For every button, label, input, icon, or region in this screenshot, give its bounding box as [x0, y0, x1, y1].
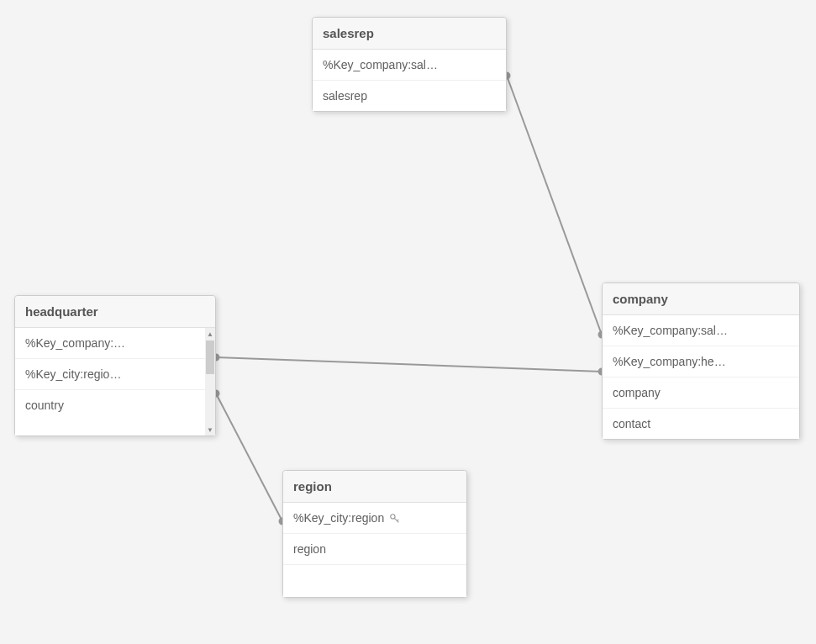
scroll-thumb[interactable] — [206, 340, 214, 374]
field-label: %Key_company:sal… — [323, 58, 438, 71]
entity-field[interactable]: %Key_company:sal… — [603, 315, 799, 346]
entity-body: %Key_company:sal… %Key_company:he… compa… — [603, 315, 799, 439]
entity-field[interactable]: %Key_company:he… — [603, 346, 799, 377]
entity-body: %Key_company:… %Key_city:regio… country … — [15, 328, 215, 435]
field-label: salesrep — [323, 89, 367, 103]
svg-point-0 — [391, 515, 395, 519]
connection-headquarter-company — [216, 357, 602, 372]
scroll-up-icon[interactable]: ▲ — [205, 328, 215, 340]
entity-salesrep[interactable]: salesrep %Key_company:sal… salesrep — [312, 17, 507, 112]
entity-field[interactable]: contact — [603, 409, 799, 439]
field-label: %Key_company:sal… — [613, 324, 728, 337]
entity-field-empty — [283, 565, 466, 597]
entity-field[interactable]: company — [603, 377, 799, 409]
field-label: %Key_company:… — [25, 336, 125, 350]
entity-title[interactable]: region — [283, 471, 466, 503]
key-icon — [389, 511, 401, 525]
scroll-down-icon[interactable]: ▼ — [205, 424, 215, 435]
entity-title[interactable]: salesrep — [313, 18, 506, 50]
svg-line-2 — [397, 520, 399, 521]
connection-salesrep-company — [507, 76, 602, 335]
entity-body: %Key_company:sal… salesrep — [313, 50, 506, 111]
field-label: company — [613, 386, 661, 399]
entity-headquarter[interactable]: headquarter %Key_company:… %Key_city:reg… — [14, 295, 216, 436]
entity-region[interactable]: region %Key_city:region region — [282, 470, 467, 598]
data-model-canvas[interactable]: salesrep %Key_company:sal… salesrep head… — [0, 0, 816, 644]
field-label: region — [293, 542, 326, 556]
field-label: %Key_city:regio… — [25, 367, 121, 381]
field-label: contact — [613, 417, 650, 430]
scrollbar[interactable]: ▲ ▼ — [205, 328, 215, 435]
entity-title[interactable]: headquarter — [15, 296, 215, 328]
field-label: country — [25, 399, 64, 412]
field-label: %Key_company:he… — [613, 355, 726, 368]
entity-field[interactable]: country — [15, 390, 205, 420]
entity-company[interactable]: company %Key_company:sal… %Key_company:h… — [602, 282, 800, 440]
entity-field[interactable]: salesrep — [313, 81, 506, 111]
entity-body: %Key_city:region region — [283, 503, 466, 597]
entity-field[interactable]: region — [283, 534, 466, 565]
entity-field[interactable]: %Key_city:region — [283, 503, 466, 534]
entity-title[interactable]: company — [603, 283, 799, 315]
connection-headquarter-region — [216, 393, 282, 521]
entity-field[interactable]: %Key_company:sal… — [313, 50, 506, 81]
entity-field[interactable]: %Key_company:… — [15, 328, 205, 359]
field-label: %Key_city:region — [293, 511, 384, 525]
entity-field[interactable]: %Key_city:regio… — [15, 359, 205, 390]
